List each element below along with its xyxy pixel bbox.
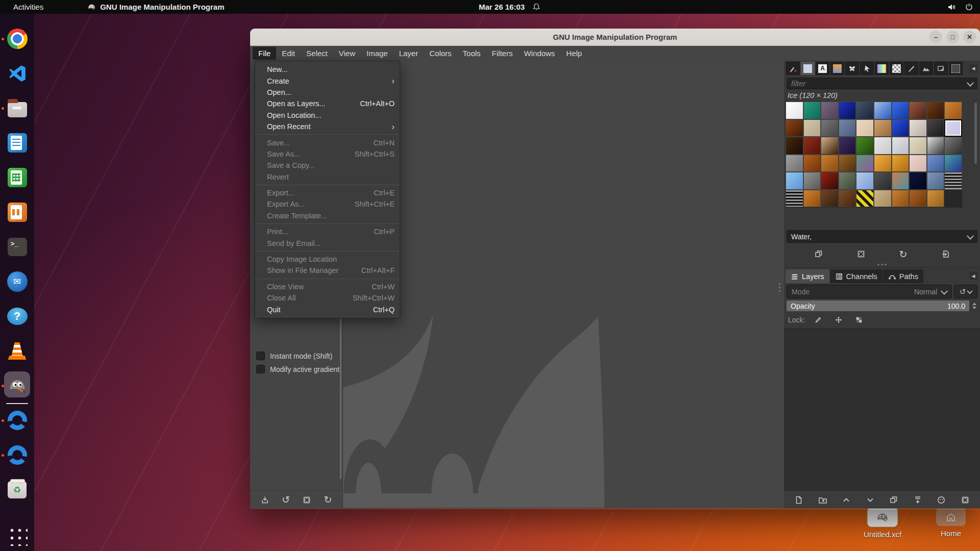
pattern-swatch[interactable] (927, 119, 945, 137)
desktop-home-folder[interactable]: Home (928, 507, 974, 538)
dock-item-vscode[interactable] (0, 56, 34, 91)
merge-down-button[interactable] (912, 494, 924, 506)
menu-item-export[interactable]: Export...Ctrl+E (255, 187, 400, 198)
menu-item-save-a-copy[interactable]: Save a Copy... (255, 160, 400, 171)
tab-layers[interactable]: Layers (786, 269, 829, 283)
dock-tab-fonts[interactable]: A (816, 62, 829, 75)
new-layer-button[interactable] (793, 494, 805, 506)
modify-gradient-checkbox-row[interactable]: Modify active gradient (256, 365, 339, 373)
open-pattern-as-image-button[interactable] (940, 248, 952, 260)
pattern-swatch[interactable] (927, 155, 945, 172)
pattern-swatch[interactable] (944, 119, 962, 137)
pattern-swatch[interactable] (874, 172, 892, 190)
dock-tab-document-history[interactable] (934, 62, 948, 75)
tab-menu-button[interactable]: ◀ (969, 64, 977, 72)
modify-gradient-checkbox[interactable] (256, 365, 265, 373)
add-layer-mask-button[interactable] (935, 494, 947, 506)
pattern-swatch[interactable] (909, 137, 927, 155)
menu-view[interactable]: View (333, 47, 361, 60)
menu-item-close-view[interactable]: Close ViewCtrl+W (255, 281, 400, 292)
pattern-swatch[interactable] (909, 119, 927, 137)
clock-menu[interactable]: Mar 26 16:03 (479, 3, 540, 11)
opacity-slider[interactable]: Opacity 100.0 (787, 300, 969, 311)
dock-tab-dynamics[interactable] (845, 62, 859, 75)
dock-item-files[interactable] (0, 91, 34, 126)
menu-layer[interactable]: Layer (394, 47, 424, 60)
dock-tab-paint-dynamics[interactable] (904, 62, 918, 75)
lower-layer-button[interactable] (864, 494, 876, 506)
pattern-swatch[interactable] (856, 119, 874, 137)
dock-tab-brushes[interactable] (786, 62, 800, 75)
layer-mode-dropdown[interactable]: Mode Normal (787, 285, 952, 298)
tab-channels[interactable]: Channels (830, 269, 883, 283)
pattern-swatch[interactable] (839, 172, 856, 190)
window-titlebar[interactable]: GNU Image Manipulation Program – □ ✕ (250, 29, 980, 46)
delete-layer-button[interactable] (959, 494, 971, 506)
menu-item-new[interactable]: New... (255, 64, 400, 75)
dock-tab-tool-presets[interactable] (860, 62, 874, 75)
pattern-swatch[interactable] (874, 102, 892, 119)
save-tool-preset-button[interactable] (259, 494, 271, 506)
menu-item-open-as-layers[interactable]: Open as Layers...Ctrl+Alt+O (255, 98, 400, 109)
pattern-swatch[interactable] (874, 137, 892, 155)
pattern-filter-input[interactable]: filter (787, 78, 977, 89)
pattern-swatch[interactable] (821, 172, 839, 190)
dock-item-terminal[interactable]: >_ (0, 230, 34, 264)
image-canvas[interactable] (343, 61, 784, 509)
menu-filters[interactable]: Filters (486, 47, 519, 60)
duplicate-layer-button[interactable] (888, 494, 900, 506)
tab-paths[interactable]: Paths (883, 269, 923, 283)
lock-pixels-button[interactable] (812, 314, 824, 326)
maximize-button[interactable]: □ (946, 31, 959, 43)
dock-tab-histogram[interactable] (919, 62, 933, 75)
lock-position-button[interactable] (832, 314, 845, 326)
new-layer-group-button[interactable] (817, 494, 829, 506)
raise-layer-button[interactable] (840, 494, 852, 506)
menu-windows[interactable]: Windows (518, 47, 560, 60)
reset-tool-options-button[interactable]: ↻ (322, 494, 334, 506)
pattern-swatch[interactable] (927, 137, 945, 155)
pattern-swatch[interactable] (839, 119, 856, 137)
pattern-swatch[interactable] (803, 119, 821, 137)
mode-switch-button[interactable]: ↺ (954, 285, 977, 298)
menu-help[interactable]: Help (560, 47, 587, 60)
pattern-swatch[interactable] (803, 172, 821, 190)
instant-mode-checkbox[interactable] (256, 352, 265, 360)
close-button[interactable]: ✕ (963, 31, 976, 43)
menu-item-save[interactable]: Save...Ctrl+N (255, 137, 400, 148)
pattern-swatch[interactable] (839, 102, 856, 119)
dock-item-vlc[interactable] (0, 334, 34, 368)
pattern-swatch[interactable] (874, 155, 892, 172)
pattern-swatch[interactable] (803, 102, 821, 119)
pattern-swatch[interactable] (821, 137, 839, 155)
pattern-swatch[interactable] (874, 119, 892, 137)
pattern-swatch[interactable] (892, 155, 910, 172)
menu-file[interactable]: File (253, 47, 276, 60)
menu-colors[interactable]: Colors (424, 47, 457, 60)
system-status-area[interactable] (948, 3, 973, 11)
tab-menu-button[interactable]: ◀ (969, 272, 977, 280)
dock-item-gimp[interactable] (0, 368, 34, 403)
opacity-spinner[interactable] (971, 300, 977, 311)
menu-edit[interactable]: Edit (276, 47, 301, 60)
layers-list[interactable] (784, 328, 980, 490)
dock-tab-palettes[interactable] (890, 62, 903, 75)
pattern-swatch[interactable] (821, 190, 839, 208)
dock-item-trash[interactable]: ♻ (0, 472, 34, 507)
dock-item-help[interactable]: ? (0, 299, 34, 334)
pattern-swatch[interactable] (927, 102, 945, 119)
menu-item-send-by-email[interactable]: Send by Email... (255, 237, 400, 248)
dock-item-updater-ring-2[interactable] (0, 438, 34, 472)
pattern-swatch[interactable] (892, 190, 910, 208)
dock-tab-patterns[interactable] (801, 62, 815, 75)
menu-item-save-as[interactable]: Save As...Shift+Ctrl+S (255, 148, 400, 160)
dock-item-updater-ring-1[interactable] (0, 403, 34, 438)
menu-item-print[interactable]: Print...Ctrl+P (255, 226, 400, 237)
pattern-swatch[interactable] (874, 190, 892, 208)
pattern-swatch[interactable] (892, 119, 910, 137)
dock-tab-buffers[interactable] (830, 62, 844, 75)
menu-item-copy-image-location[interactable]: Copy Image Location (255, 254, 400, 265)
desktop-file-untitled-xcf[interactable]: Untitled.xcf (860, 507, 905, 539)
pattern-swatch[interactable] (909, 102, 927, 119)
pattern-swatch[interactable] (786, 137, 803, 155)
